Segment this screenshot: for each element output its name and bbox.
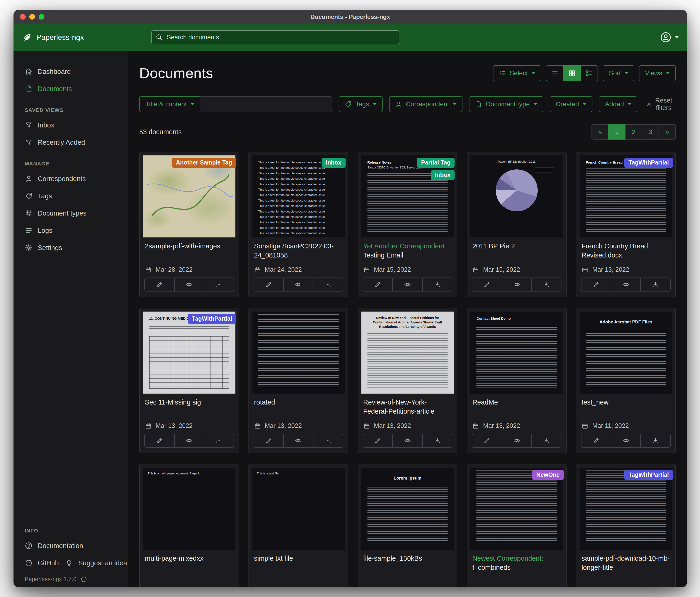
views-button[interactable]: Views	[639, 65, 676, 81]
document-thumbnail[interactable]: This is a test file.	[252, 468, 345, 550]
correspondent-filter-button[interactable]: Correspondent	[389, 96, 462, 112]
document-type-filter-button[interactable]: Document type	[469, 96, 543, 112]
created-filter-button[interactable]: Created	[550, 96, 593, 112]
document-title[interactable]: file-sample_150kBs	[363, 554, 452, 563]
view-button[interactable]	[502, 434, 532, 448]
view-button[interactable]	[283, 278, 314, 291]
edit-button[interactable]	[144, 278, 175, 291]
pagination-page-1[interactable]: 1	[608, 124, 625, 140]
view-button[interactable]	[392, 434, 423, 448]
reset-filters-button[interactable]: × Reset filters	[644, 96, 676, 112]
download-button[interactable]	[204, 434, 234, 448]
tags-filter-button[interactable]: Tags	[339, 96, 383, 112]
grid-view-button[interactable]	[563, 65, 581, 81]
document-thumbnail[interactable]: Lorem ipsum	[361, 468, 454, 550]
document-thumbnail[interactable]	[143, 156, 235, 237]
tag-badge[interactable]: Another Sample Tag	[172, 158, 236, 168]
document-thumbnail[interactable]: Review of New York Federal Petitions for…	[361, 312, 454, 393]
download-button[interactable]	[313, 434, 343, 448]
view-button[interactable]	[174, 434, 204, 448]
document-title[interactable]: simple txt file	[254, 554, 343, 563]
tag-badge[interactable]: NewOne	[532, 470, 564, 480]
document-thumbnail[interactable]: 11. CONTINUING MEDICAL EDUCA	[143, 312, 235, 393]
edit-button[interactable]	[363, 278, 393, 291]
document-title[interactable]: Newest Correspondent: f_combineds	[472, 554, 561, 572]
sidebar-item-recently-added[interactable]: Recently Added	[14, 134, 128, 151]
document-title[interactable]: French Country Bread Revised.docx	[581, 242, 670, 260]
minimize-window-button[interactable]	[29, 14, 35, 20]
close-window-button[interactable]	[20, 14, 26, 20]
tag-badge[interactable]: Inbox	[431, 170, 455, 180]
edit-button[interactable]	[472, 434, 502, 448]
tag-badge[interactable]: Partial Tag	[417, 158, 454, 168]
download-button[interactable]	[422, 278, 452, 291]
document-title[interactable]: Review-of-New-York-Federal-Petitions-art…	[363, 398, 452, 416]
pagination-prev[interactable]: «	[592, 124, 609, 140]
sidebar-item-settings[interactable]: Settings	[14, 239, 128, 256]
filter-text-input[interactable]	[200, 96, 332, 112]
tag-badge[interactable]: TagWithPartial	[188, 314, 236, 324]
document-thumbnail[interactable]: This is a multi page document. Page 1.	[143, 468, 235, 550]
edit-button[interactable]	[144, 434, 175, 448]
sidebar-item-dashboard[interactable]: Dashboard	[14, 63, 128, 80]
pagination-next[interactable]: »	[658, 124, 676, 140]
document-title[interactable]: rotated	[254, 398, 343, 407]
document-title[interactable]: 2011 BP Pie 2	[472, 242, 561, 251]
document-title[interactable]: test_new	[581, 398, 670, 407]
sidebar-item-documents[interactable]: Documents	[14, 80, 128, 97]
download-button[interactable]	[531, 278, 562, 291]
sidebar-item-suggest-idea[interactable]: Suggest an idea	[59, 554, 127, 572]
sidebar-item-document-types[interactable]: Document types	[14, 205, 128, 222]
view-button[interactable]	[611, 434, 641, 448]
document-title[interactable]: Sec 11-Missing sig	[145, 398, 233, 407]
correspondent-link[interactable]: Yet Another Correspondent:	[363, 242, 446, 250]
tag-badge[interactable]: Inbox	[322, 158, 346, 168]
view-button[interactable]	[283, 434, 314, 448]
download-button[interactable]	[422, 434, 452, 448]
download-button[interactable]	[313, 278, 343, 291]
tag-badge[interactable]: TagWithPartial	[624, 470, 673, 480]
zoom-window-button[interactable]	[39, 14, 44, 20]
download-button[interactable]	[531, 434, 562, 448]
filter-field-button[interactable]: Title & content	[139, 96, 200, 112]
sort-button[interactable]: Sort	[603, 65, 634, 81]
select-button[interactable]: Select	[493, 65, 542, 81]
view-button[interactable]	[392, 278, 423, 291]
edit-button[interactable]	[254, 434, 284, 448]
sidebar-item-github[interactable]: GitHub	[14, 554, 59, 572]
edit-button[interactable]	[254, 278, 284, 291]
info-icon[interactable]	[80, 576, 87, 582]
search-input[interactable]	[151, 30, 399, 44]
sidebar-item-correspondents[interactable]: Correspondents	[14, 170, 128, 187]
user-menu[interactable]	[660, 31, 679, 43]
edit-button[interactable]	[363, 434, 393, 448]
view-button[interactable]	[611, 278, 641, 291]
brand[interactable]: Paperless-ngx	[22, 32, 84, 42]
document-title[interactable]: 2sample-pdf-with-images	[145, 242, 233, 251]
view-button[interactable]	[502, 278, 532, 291]
detail-view-button[interactable]	[580, 65, 598, 81]
document-title[interactable]: multi-page-mixedxx	[145, 554, 233, 563]
document-thumbnail[interactable]: Adobe Acrobat PDF Files	[580, 312, 672, 393]
pagination-page-2[interactable]: 2	[625, 124, 642, 140]
document-title[interactable]: Sonstige ScanPC2022 03-24_081058	[254, 242, 343, 260]
tag-badge[interactable]: TagWithPartial	[624, 158, 673, 168]
document-thumbnail[interactable]: French Country Bread	[580, 156, 672, 237]
document-thumbnail[interactable]: This is a test for the double space char…	[252, 156, 345, 237]
document-title[interactable]: ReadMe	[472, 398, 561, 407]
document-thumbnail[interactable]: Patient BP Distribution 2011	[470, 156, 563, 237]
download-button[interactable]	[641, 278, 671, 291]
download-button[interactable]	[641, 434, 671, 448]
edit-button[interactable]	[581, 278, 611, 291]
download-button[interactable]	[204, 278, 234, 291]
document-thumbnail[interactable]: Contact Sheet Demo	[470, 312, 563, 393]
list-view-button[interactable]	[546, 65, 564, 81]
document-title[interactable]: Yet Another Correspondent: Testing Email	[363, 242, 452, 260]
sidebar-item-inbox[interactable]: Inbox	[14, 117, 128, 134]
document-thumbnail[interactable]	[580, 468, 672, 550]
sidebar-item-logs[interactable]: Logs	[14, 222, 128, 239]
added-filter-button[interactable]: Added	[599, 96, 638, 112]
sidebar-item-documentation[interactable]: Documentation	[14, 537, 128, 554]
document-thumbnail[interactable]	[252, 312, 345, 393]
sidebar-item-tags[interactable]: Tags	[14, 187, 128, 205]
